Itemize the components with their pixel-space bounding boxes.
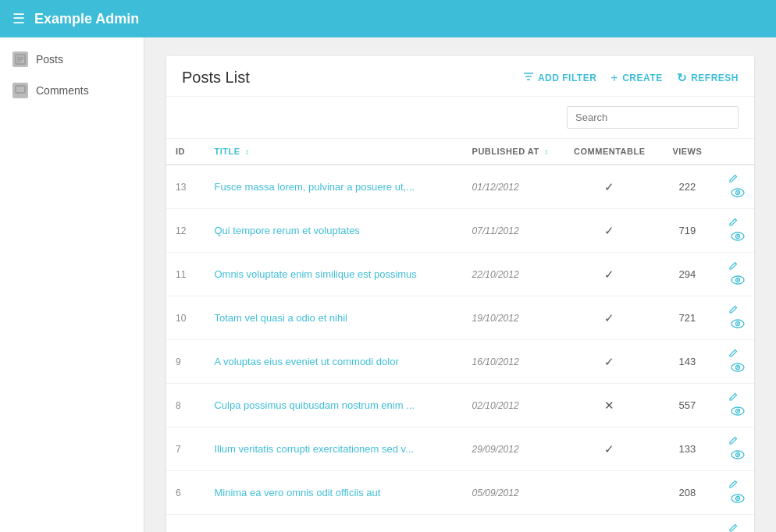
title-link[interactable]: A voluptas eius eveniet ut commodi dolor — [214, 356, 398, 367]
table-row: 8Culpa possimus quibusdam nostrum enim .… — [166, 384, 754, 427]
refresh-label: REFRESH — [691, 73, 739, 83]
cell-id: 13 — [166, 165, 205, 209]
check-icon: ✓ — [604, 530, 614, 533]
cell-title: Culpa possimus quibusdam nostrum enim ..… — [205, 384, 462, 427]
cell-published: 19/10/2012 — [463, 296, 563, 340]
table-row: 6Minima ea vero omnis odit officiis aut0… — [166, 471, 754, 515]
cell-title: Totam vel quasi a odio et nihil — [205, 296, 462, 340]
cell-id: 6 — [166, 471, 205, 515]
cell-views: 721 — [657, 296, 718, 340]
data-table: ID TITLE ↕ PUBLISHED AT ↕ COMMENTABLE — [166, 139, 754, 532]
view-icon[interactable] — [731, 492, 745, 505]
create-button[interactable]: + CREATE — [610, 71, 662, 85]
col-header-actions — [718, 139, 754, 165]
col-header-id[interactable]: ID — [166, 139, 205, 165]
cell-actions — [718, 253, 754, 296]
sidebar-item-posts[interactable]: Posts — [0, 44, 144, 75]
col-header-commentable[interactable]: COMMENTABLE — [563, 139, 657, 165]
table-row: 11Omnis voluptate enim similique est pos… — [166, 253, 754, 296]
cross-icon: ✕ — [604, 399, 614, 412]
search-input[interactable] — [567, 106, 739, 129]
add-filter-button[interactable]: ADD FILTER — [523, 71, 596, 84]
panel-title: Posts List — [182, 69, 523, 87]
plus-icon: + — [610, 71, 618, 85]
cell-commentable: ✓ — [563, 296, 657, 340]
cell-actions — [718, 296, 754, 340]
cell-id: 11 — [166, 253, 205, 296]
view-icon[interactable] — [731, 230, 745, 243]
cell-id: 9 — [166, 340, 205, 384]
title-link[interactable]: Culpa possimus quibusdam nostrum enim ..… — [214, 399, 415, 411]
edit-icon[interactable] — [728, 304, 739, 317]
cell-title: Fusce massa lorem, pulvinar a posuere ut… — [205, 165, 462, 209]
view-icon[interactable] — [731, 361, 745, 374]
cell-commentable: ✓ — [563, 515, 657, 533]
edit-icon[interactable] — [728, 479, 739, 492]
cell-commentable: ✓ — [563, 165, 657, 209]
search-bar-row — [166, 97, 754, 139]
sidebar-item-comments-label: Comments — [36, 84, 89, 97]
cell-actions — [718, 515, 754, 533]
cell-actions — [718, 209, 754, 253]
check-icon: ✓ — [604, 311, 614, 325]
cell-published: 24/08/2012 — [463, 515, 563, 533]
app-title: Example Admin — [34, 11, 139, 27]
cell-title: Qui tempore rerum et voluptates — [205, 209, 462, 253]
cell-commentable: ✓ — [563, 340, 657, 384]
table-row: 9A voluptas eius eveniet ut commodi dolo… — [166, 340, 754, 384]
main-content: Posts List ADD FILTER + — [144, 37, 776, 532]
view-icon[interactable] — [731, 274, 745, 287]
cell-commentable: ✕ — [563, 384, 657, 427]
edit-icon[interactable] — [728, 261, 739, 274]
check-icon: ✓ — [604, 268, 614, 281]
edit-icon[interactable] — [728, 173, 739, 186]
title-link[interactable]: Omnis voluptate enim similique est possi… — [214, 268, 416, 280]
col-header-views[interactable]: VIEWS — [657, 139, 718, 165]
title-link[interactable]: Fusce massa lorem, pulvinar a posuere ut… — [214, 181, 415, 193]
check-icon: ✓ — [604, 442, 614, 456]
title-sort-icon: ↕ — [245, 147, 250, 156]
cell-id: 8 — [166, 384, 205, 427]
navbar: ☰ Example Admin — [0, 0, 776, 37]
check-icon: ✓ — [604, 224, 614, 237]
title-link[interactable]: Totam vel quasi a odio et nihil — [214, 312, 347, 324]
cell-published: 05/09/2012 — [463, 471, 563, 515]
title-link[interactable]: Qui tempore rerum et voluptates — [214, 225, 359, 236]
layout: Posts Comments Posts List — [0, 37, 776, 532]
edit-icon[interactable] — [728, 523, 739, 532]
cell-id: 12 — [166, 209, 205, 253]
svg-point-19 — [737, 323, 739, 325]
cell-views: 133 — [657, 427, 718, 471]
cell-id: 7 — [166, 427, 205, 471]
sidebar-item-comments[interactable]: Comments — [0, 75, 144, 106]
edit-icon[interactable] — [728, 348, 739, 361]
filter-icon — [523, 71, 534, 84]
edit-icon[interactable] — [728, 435, 739, 449]
table-header: ID TITLE ↕ PUBLISHED AT ↕ COMMENTABLE — [166, 139, 754, 165]
svg-point-28 — [737, 454, 739, 456]
comments-icon — [12, 83, 28, 98]
cell-id: 10 — [166, 296, 205, 340]
view-icon[interactable] — [731, 317, 745, 331]
edit-icon[interactable] — [728, 217, 739, 230]
cell-published: 07/11/2012 — [463, 209, 563, 253]
view-icon[interactable] — [731, 405, 745, 418]
sidebar-item-posts-label: Posts — [36, 53, 63, 66]
table-row: 10Totam vel quasi a odio et nihil19/10/2… — [166, 296, 754, 340]
title-link[interactable]: Illum veritatis corrupti exercitationem … — [214, 443, 414, 455]
edit-icon[interactable] — [728, 392, 739, 405]
cell-title: A voluptas eius eveniet ut commodi dolor — [205, 340, 462, 384]
refresh-icon: ↻ — [677, 71, 688, 85]
panel-header: Posts List ADD FILTER + — [166, 56, 754, 97]
view-icon[interactable] — [731, 449, 745, 462]
refresh-button[interactable]: ↻ REFRESH — [677, 71, 739, 85]
cell-views: 294 — [657, 253, 718, 296]
title-link[interactable]: Minima ea vero omnis odit officiis aut — [214, 487, 380, 498]
col-header-published[interactable]: PUBLISHED AT ↕ — [463, 139, 563, 165]
view-icon[interactable] — [731, 186, 745, 200]
cell-commentable — [563, 471, 657, 515]
posts-icon — [12, 51, 28, 67]
col-header-title[interactable]: TITLE ↕ — [205, 139, 462, 165]
cell-title: Minima ea vero omnis odit officiis aut — [205, 471, 462, 515]
menu-icon[interactable]: ☰ — [12, 10, 25, 27]
